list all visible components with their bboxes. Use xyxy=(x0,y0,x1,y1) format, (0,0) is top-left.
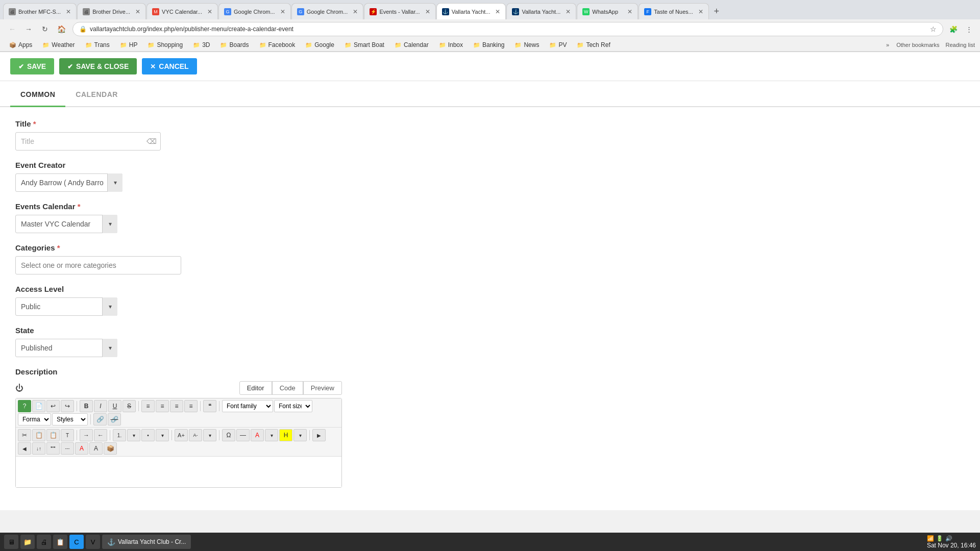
rte-link-btn[interactable]: 🔗 xyxy=(93,413,107,425)
back-button[interactable]: ← xyxy=(5,22,19,36)
rte-ul-btn[interactable]: • xyxy=(141,429,155,441)
bookmark-pv[interactable]: 📁 PV xyxy=(545,40,571,49)
bookmark-google[interactable]: 📁 Google xyxy=(301,40,338,49)
rte-file-btn[interactable]: 📄 xyxy=(32,400,45,412)
tab-9-close[interactable]: ✕ xyxy=(625,8,632,15)
bookmark-inbox[interactable]: 📁 Inbox xyxy=(435,40,467,49)
extensions-icon[interactable]: 🧩 xyxy=(947,23,960,35)
tab-2-close[interactable]: ✕ xyxy=(133,8,140,15)
rte-align-right-btn[interactable]: ≡ xyxy=(170,400,183,412)
home-button[interactable]: 🏠 xyxy=(54,22,68,36)
bookmark-weather[interactable]: 📁 Weather xyxy=(38,40,79,49)
new-tab-button[interactable]: + xyxy=(709,4,724,18)
rte-hr-btn[interactable]: — xyxy=(236,429,250,441)
rte-outdent-btn[interactable]: ← xyxy=(94,429,107,441)
rte-undo-btn[interactable]: ↩ xyxy=(46,400,60,412)
bookmark-news[interactable]: 📁 News xyxy=(510,40,543,49)
rte-indent-btn[interactable]: → xyxy=(80,429,93,441)
rte-btn-a8[interactable]: 📦 xyxy=(104,442,117,455)
rte-font-color-btn[interactable]: A xyxy=(251,429,264,441)
rte-cut-btn[interactable]: ✂ xyxy=(18,429,31,441)
tab-8[interactable]: ⚓ Vallarta Yacht... ✕ xyxy=(506,3,576,19)
categories-input[interactable] xyxy=(15,256,181,274)
access-level-select[interactable]: Public xyxy=(15,297,117,316)
tab-4-close[interactable]: ✕ xyxy=(278,8,285,15)
bookmark-smartboat[interactable]: 📁 Smart Boat xyxy=(340,40,388,49)
bookmark-facebook[interactable]: 📁 Facebook xyxy=(255,40,300,49)
rte-editor-area[interactable] xyxy=(16,457,341,487)
rte-paste-text-btn[interactable]: T xyxy=(61,429,74,441)
tab-2[interactable]: 🖨 Brother Drive... ✕ xyxy=(77,3,146,19)
rte-format-select[interactable]: Format xyxy=(18,413,51,425)
power-icon[interactable]: ⏻ xyxy=(15,384,23,393)
rte-btn-a1[interactable]: ▶ xyxy=(312,429,326,441)
rte-blockquote-btn[interactable]: ❝ xyxy=(203,400,216,412)
menu-icon[interactable]: ⋮ xyxy=(963,23,975,35)
bookmark-techref[interactable]: 📁 Tech Ref xyxy=(573,40,614,49)
other-bookmarks[interactable]: Other bookmarks xyxy=(896,42,939,48)
rte-align-left-btn[interactable]: ≡ xyxy=(141,400,155,412)
tab-calendar[interactable]: CALENDAR xyxy=(65,83,128,107)
tab-10[interactable]: F Taste of Nues... ✕ xyxy=(639,3,708,19)
bookmark-calendar[interactable]: 📁 Calendar xyxy=(390,40,433,49)
rte-highlight-btn[interactable]: H xyxy=(279,429,292,441)
rte-btn-a6[interactable]: A xyxy=(75,442,88,455)
events-calendar-select[interactable]: Master VYC Calendar xyxy=(15,215,117,233)
tab-6-close[interactable]: ✕ xyxy=(423,8,430,15)
rte-font-family-select[interactable]: Font family xyxy=(222,400,273,412)
bookmark-shopping[interactable]: 📁 Shopping xyxy=(143,40,187,49)
rte-paste-btn[interactable]: 📋 xyxy=(46,429,60,441)
bookmark-boards[interactable]: 📁 Boards xyxy=(216,40,253,49)
title-input[interactable] xyxy=(15,132,161,151)
tab-3-close[interactable]: ✕ xyxy=(205,8,212,15)
tab-8-close[interactable]: ✕ xyxy=(563,8,571,15)
preview-btn[interactable]: Preview xyxy=(303,381,342,395)
tab-1-close[interactable]: ✕ xyxy=(63,8,71,15)
rte-btn-a3[interactable]: ↓↑ xyxy=(32,442,45,455)
rte-font-color-dropdown[interactable]: ▾ xyxy=(265,429,278,441)
rte-ul-dropdown-btn[interactable]: ▾ xyxy=(156,429,169,441)
rte-btn-a7[interactable]: A xyxy=(89,442,103,455)
event-creator-select[interactable]: Andy Barrow ( Andy Barrow ) xyxy=(15,173,122,192)
rte-ol-dropdown-btn[interactable]: ▾ xyxy=(127,429,140,441)
tab-common[interactable]: COMMON xyxy=(10,83,65,107)
rte-redo-btn[interactable]: ↪ xyxy=(61,400,74,412)
rte-btn-a4[interactable]: ❞❞ xyxy=(46,442,60,455)
tab-7-close[interactable]: ✕ xyxy=(493,8,500,15)
tab-5-close[interactable]: ✕ xyxy=(350,8,358,15)
tab-6[interactable]: ⚡ Events - Vallar... ✕ xyxy=(364,3,435,19)
rte-bold-btn[interactable]: B xyxy=(80,400,93,412)
bookmark-star-icon[interactable]: ☆ xyxy=(930,25,937,33)
save-button[interactable]: ✔ SAVE xyxy=(10,58,54,74)
rte-italic-btn[interactable]: I xyxy=(94,400,107,412)
rte-align-justify-btn[interactable]: ≡ xyxy=(184,400,198,412)
rte-btn-a5[interactable]: --- xyxy=(61,442,74,455)
tab-5[interactable]: G Google Chrom... ✕ xyxy=(291,3,364,19)
reading-list[interactable]: Reading list xyxy=(946,42,975,48)
rte-underline-btn[interactable]: U xyxy=(108,400,121,412)
rte-copy-btn[interactable]: 📋 xyxy=(32,429,45,441)
bookmark-apps[interactable]: 📦 Apps xyxy=(5,40,36,49)
bookmark-3d[interactable]: 📁 3D xyxy=(189,40,214,49)
bookmark-hp[interactable]: 📁 HP xyxy=(116,40,142,49)
tab-3[interactable]: M VYC Calendar... ✕ xyxy=(146,3,218,19)
editor-btn[interactable]: Editor xyxy=(239,381,272,395)
rte-font-size-select[interactable]: Font size xyxy=(274,400,312,412)
rte-btn-a2[interactable]: ◀ xyxy=(18,442,31,455)
rte-align-center-btn[interactable]: ≡ xyxy=(156,400,169,412)
reload-button[interactable]: ↻ xyxy=(38,22,52,36)
rte-unlink-btn[interactable]: 🔗 xyxy=(108,413,121,425)
tab-10-close[interactable]: ✕ xyxy=(696,8,703,15)
rte-highlight-dropdown[interactable]: ▾ xyxy=(293,429,307,441)
state-select[interactable]: Published xyxy=(15,339,117,357)
rte-help-btn[interactable]: ? xyxy=(18,400,31,412)
cancel-button[interactable]: ✕ CANCEL xyxy=(142,58,197,74)
rte-ol-btn[interactable]: 1. xyxy=(113,429,126,441)
tab-7[interactable]: ⚓ Vallarta Yacht... ✕ xyxy=(436,3,506,19)
bookmark-banking[interactable]: 📁 Banking xyxy=(469,40,508,49)
rte-font-decrease-btn[interactable]: A- xyxy=(189,429,202,441)
code-btn[interactable]: Code xyxy=(272,381,303,395)
rte-styles-select[interactable]: Styles xyxy=(52,413,88,425)
bookmark-trans[interactable]: 📁 Trans xyxy=(81,40,114,49)
rte-strikethrough-btn[interactable]: S xyxy=(122,400,136,412)
